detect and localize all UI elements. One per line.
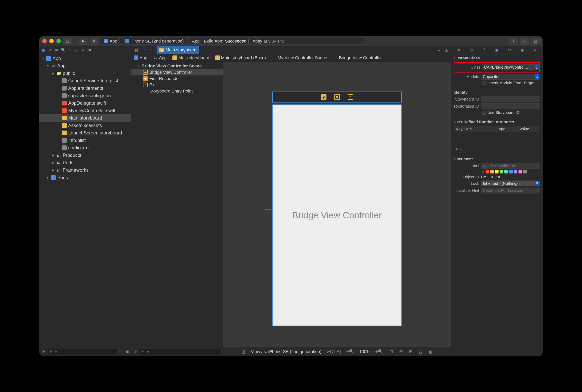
debug-navigator-icon[interactable]: ⧉ <box>81 48 85 52</box>
report-navigator-icon[interactable]: ☰ <box>94 48 99 52</box>
pin-icon[interactable]: ⊞ <box>408 349 414 354</box>
module-combo[interactable]: Capacitor <box>481 74 540 80</box>
breadcrumb-item[interactable]: App <box>159 55 167 60</box>
lock-combo[interactable]: Inherited - (Nothing) <box>481 180 540 186</box>
disclosure-icon[interactable]: ▼ <box>46 64 49 68</box>
color-swatch[interactable] <box>486 170 489 174</box>
nav-forward-button[interactable]: 〉 <box>148 46 155 54</box>
library-button[interactable]: ＋ <box>509 38 518 45</box>
issue-navigator-icon[interactable]: ⚠ <box>67 48 72 52</box>
scene-header[interactable]: ▼ Bridge View Controller Scene <box>131 63 223 69</box>
disclosure-icon[interactable]: ▶ <box>52 154 55 157</box>
align-icon[interactable]: ⊟ <box>398 349 404 354</box>
adjust-editor-icon[interactable]: ▣ <box>444 48 449 52</box>
connections-inspector-icon[interactable]: ↻ <box>533 48 537 52</box>
embed-icon[interactable]: ▣ <box>427 349 434 354</box>
first-responder-icon[interactable]: ⬣ <box>334 94 340 100</box>
disclosure-icon[interactable]: ▼ <box>41 57 45 60</box>
use-storyboard-id-checkbox[interactable] <box>482 111 486 115</box>
nav-item-frameworks[interactable]: ▶ Frameworks <box>39 166 131 174</box>
color-swatch[interactable] <box>504 170 508 174</box>
inherit-module-checkbox[interactable] <box>482 81 486 85</box>
nav-item-appdelegate-swift[interactable]: AppDelegate.swift <box>39 99 131 107</box>
disclosure-icon[interactable]: ▶ <box>52 161 55 164</box>
view-as-label[interactable]: View as: iPhone SE (2nd generation) <box>251 349 321 354</box>
view-controller-icon[interactable]: ◉ <box>321 94 326 100</box>
attributes-inspector-icon[interactable]: ⚙ <box>507 48 512 52</box>
breadcrumb-item[interactable]: Bridge View Controller <box>339 55 382 60</box>
view-controller-frame[interactable]: ◉ ⬣ ↱ Bridge View Controller <box>272 92 402 326</box>
active-tab[interactable]: ◉ Main.storyboard <box>157 46 199 54</box>
disclosure-icon[interactable]: ▶ <box>52 72 55 75</box>
toggle-outline-icon[interactable]: ▥ <box>240 349 247 354</box>
nav-item-config-xml[interactable]: config.xml <box>39 144 131 152</box>
maximize-button[interactable] <box>56 39 61 43</box>
nav-item-app[interactable]: ▼ App <box>39 62 131 70</box>
size-inspector-icon[interactable]: ▤ <box>520 48 525 52</box>
disclosure-icon[interactable]: ▶ <box>52 168 55 172</box>
nav-item-app-entitlements[interactable]: App.entitlements <box>39 84 131 92</box>
breadcrumb-item[interactable]: My View Controller Scene <box>278 55 327 60</box>
udra-remove-button[interactable]: − <box>460 147 462 152</box>
zoom-in-icon[interactable]: +🔍 <box>374 349 384 354</box>
nav-item-products[interactable]: ▶ Products <box>39 152 131 159</box>
file-inspector-icon[interactable]: 🗎 <box>456 48 461 52</box>
close-button[interactable] <box>42 39 47 43</box>
breadcrumb-item[interactable]: Main.storyboard <box>178 55 209 60</box>
breadcrumb-item[interactable]: App <box>139 55 147 60</box>
nav-item-pods[interactable]: ▶ Pods <box>39 174 131 181</box>
localizer-hint-input[interactable] <box>481 188 540 194</box>
outline-item-first-responder[interactable]: ⬣ First Responder <box>131 76 223 82</box>
scheme-selector[interactable]: ✕ App 〉 iPhone SE (2nd generation) <box>101 38 187 45</box>
clear-swatch[interactable]: ✕ <box>482 170 484 174</box>
symbol-navigator-icon[interactable]: ⊞ <box>54 48 59 52</box>
editor-outline-icon[interactable]: ≡ <box>437 48 441 52</box>
udra-add-button[interactable]: + <box>455 147 458 152</box>
filter-input[interactable] <box>48 348 117 355</box>
toggle-inspector-button[interactable]: ▥ <box>531 38 540 45</box>
run-button[interactable] <box>79 38 87 45</box>
view-controller-view[interactable]: Bridge View Controller <box>272 104 402 326</box>
color-swatch[interactable] <box>500 170 503 174</box>
outline-filter-input[interactable] <box>139 348 222 355</box>
color-swatch[interactable] <box>495 170 499 174</box>
color-swatch[interactable] <box>514 170 517 174</box>
help-inspector-icon[interactable]: ? <box>482 48 487 52</box>
disclosure-icon[interactable]: ▶ <box>46 176 49 179</box>
find-navigator-icon[interactable]: 🔍 <box>61 48 65 52</box>
stop-button[interactable] <box>90 38 98 45</box>
outline-item-storyboard-entry-point[interactable]: → Storyboard Entry Point <box>131 88 223 94</box>
outline-item-bridge-view-controller[interactable]: ◉ Bridge View Controller <box>131 69 223 76</box>
col-type[interactable]: Type <box>495 126 518 132</box>
color-swatch[interactable] <box>523 170 527 174</box>
breadcrumb-item[interactable]: Main.storyboard (Base) <box>221 55 266 60</box>
nav-back-button[interactable]: 〈 <box>140 46 147 54</box>
filter-icon[interactable]: ⊙ <box>133 349 137 354</box>
minimize-button[interactable] <box>49 39 54 43</box>
nav-item-app[interactable]: ▼ App <box>39 55 131 62</box>
col-value[interactable]: Value <box>518 126 540 132</box>
outline-item-exit[interactable]: ↱ Exit <box>131 82 223 88</box>
storyboard-canvas[interactable]: → ◉ ⬣ ↱ Bridge View Controller ▥ Vi <box>223 62 451 356</box>
color-swatch[interactable] <box>490 170 494 174</box>
nav-item-capacitor-config-json[interactable]: capacitor.config.json <box>39 92 131 99</box>
jump-bar[interactable]: App〉App〉Main.storyboard〉Main.storyboard … <box>131 54 451 62</box>
constraints-icon-1[interactable]: ⊡ <box>388 349 394 354</box>
nav-item-assets-xcassets[interactable]: Assets.xcassets <box>39 122 131 129</box>
color-swatch[interactable] <box>509 170 513 174</box>
nav-item-googleservice-info-plist[interactable]: GoogleService-Info.plist <box>39 77 131 84</box>
history-inspector-icon[interactable]: ◷ <box>469 48 474 52</box>
nav-item-launchscreen-storyboard[interactable]: LaunchScreen.storyboard <box>39 129 131 136</box>
nav-item-myviewcontroller-swift[interactable]: MyViewController.swift <box>39 107 131 114</box>
exit-icon[interactable]: ↱ <box>348 94 353 100</box>
restoration-id-input[interactable] <box>481 103 540 109</box>
udra-body[interactable] <box>454 132 540 146</box>
col-keypath[interactable]: Key Path <box>454 126 495 132</box>
class-combo[interactable]: CAPBridgeViewControl… ◯ <box>482 64 540 70</box>
nav-item-public[interactable]: ▶ public <box>39 70 131 77</box>
color-swatch[interactable] <box>519 170 522 174</box>
storyboard-id-input[interactable] <box>481 96 540 102</box>
resolve-icon[interactable]: △ <box>418 349 423 354</box>
code-review-button[interactable]: ⇄ <box>520 38 529 45</box>
breakpoint-navigator-icon[interactable]: ⬣ <box>87 48 92 52</box>
